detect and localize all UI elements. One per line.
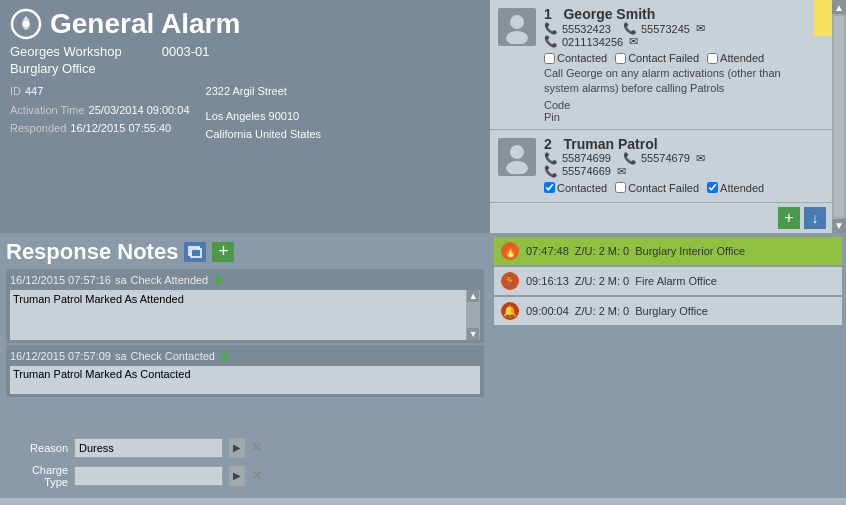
phone-icon-6: 📞	[544, 165, 558, 178]
note-2-timestamp: 16/12/2015 07:57:09	[10, 350, 111, 362]
contact-1-checkboxes: Contacted Contact Failed Attended	[544, 52, 818, 64]
contact-1-phone3-row: 📞 0211134256 ✉	[544, 35, 818, 48]
contact-2-info: 2 Truman Patrol 📞 55874699 📞 55574679 ✉	[544, 136, 818, 178]
attended-1-text: Attended	[720, 52, 764, 64]
events-panel: 🔥 07:47:48 Z/U: 2 M: 0 Burglary Interior…	[490, 233, 846, 428]
alarm-location: Burglary Office	[10, 61, 480, 76]
event-icon-1: 🔥	[500, 241, 520, 261]
contacted-1-text: Contacted	[557, 52, 607, 64]
response-header: Response Notes +	[6, 239, 484, 265]
event-icon-3: 🔔	[500, 301, 520, 321]
contact-2-avatar	[498, 138, 536, 176]
phone-icon-2: 📞	[623, 22, 637, 35]
note-1-textarea[interactable]	[10, 290, 466, 340]
event-1-time: 07:47:48	[526, 245, 569, 257]
pin-label: Pin	[544, 111, 818, 123]
attended-2-checkbox[interactable]	[707, 182, 718, 193]
reason-clear[interactable]: ✕	[251, 440, 262, 455]
event-1-zone: Z/U: 2 M: 0	[575, 245, 629, 257]
event-row-2[interactable]: 🏃 09:16:13 Z/U: 2 M: 0 Fire Alarm Office	[494, 267, 842, 295]
charge-input[interactable]	[74, 466, 223, 486]
note-1-scroll-up[interactable]: ▲	[467, 290, 479, 302]
charge-arrow[interactable]: ▶	[229, 466, 245, 486]
contact-failed-1-text: Contact Failed	[628, 52, 699, 64]
activation-value: 25/03/2014 09:00:04	[89, 101, 190, 120]
reason-label: Reason	[8, 442, 68, 454]
contact-2-phone1-row: 📞 55874699 📞 55574679 ✉	[544, 152, 818, 165]
email-icon-1: ✉	[696, 22, 705, 35]
note-2-user: sa	[115, 350, 127, 362]
contact-1-phone1: 55532423	[562, 23, 611, 35]
address-line2: Los Angeles 90010	[206, 107, 322, 126]
id-label: ID	[10, 82, 21, 101]
id-value: 447	[25, 82, 43, 101]
expand-button[interactable]	[184, 242, 206, 262]
contact-2-phone3-row: 📞 55574669 ✉	[544, 165, 818, 178]
reason-row: Reason Duress ▶ ✕	[8, 438, 262, 458]
contact-card-2: 2 Truman Patrol 📞 55874699 📞 55574679 ✉	[490, 130, 846, 203]
phone-icon-1: 📞	[544, 22, 558, 35]
event-row-3[interactable]: 🔔 09:00:04 Z/U: 2 M: 0 Burglary Office	[494, 297, 842, 325]
contact-1-header: 1 George Smith 📞 55532423 📞 55573245 ✉	[498, 6, 818, 48]
top-row: General Alarm Georges Workshop 0003-01 B…	[0, 0, 846, 233]
contact-failed-2-text: Contact Failed	[628, 182, 699, 194]
note-1-user: sa	[115, 274, 127, 286]
contacted-1-label[interactable]: Contacted	[544, 52, 607, 64]
scroll-down-arrow[interactable]: ▼	[832, 219, 846, 233]
event-2-time: 09:16:13	[526, 275, 569, 287]
contacted-1-checkbox[interactable]	[544, 53, 555, 64]
contact-2-num: 2	[544, 136, 552, 152]
event-1-desc: Burglary Interior Office	[635, 245, 745, 257]
right-middle: 🔥 07:47:48 Z/U: 2 M: 0 Burglary Interior…	[490, 233, 846, 428]
contact-failed-1-checkbox[interactable]	[615, 53, 626, 64]
alarm-title-text: General Alarm	[50, 8, 240, 40]
charge-label: Charge Type	[8, 464, 68, 488]
expand-icon	[188, 246, 202, 258]
contact-1-code: Code Pin	[544, 99, 818, 123]
event-3-desc: Burglary Office	[635, 305, 708, 317]
svg-point-3	[506, 31, 528, 44]
add-contact-button[interactable]: +	[778, 207, 800, 229]
attended-2-label[interactable]: Attended	[707, 182, 764, 194]
email-icon-4: ✉	[617, 165, 626, 178]
charge-clear[interactable]: ✕	[251, 468, 262, 483]
attended-1-label[interactable]: Attended	[707, 52, 764, 64]
phone-icon-5: 📞	[623, 152, 637, 165]
note-entry-1: 16/12/2015 07:57:16 sa Check Attended ✚ …	[6, 269, 484, 343]
note-1-timestamp: 16/12/2015 07:57:16	[10, 274, 111, 286]
event-icon-2: 🏃	[500, 271, 520, 291]
contact-failed-2-checkbox[interactable]	[615, 182, 626, 193]
alarm-right-details: 2322 Argil Street Los Angeles 90010 Cali…	[206, 82, 322, 144]
code-label: Code	[544, 99, 818, 111]
note-entry-2: 16/12/2015 07:57:09 sa Check Contacted ✚…	[6, 345, 484, 397]
note-2-header: 16/12/2015 07:57:09 sa Check Contacted ✚	[10, 348, 480, 364]
contact-2-phones: 📞 55874699 📞 55574679 ✉ 📞 55574669 ✉	[544, 152, 818, 178]
contact-failed-1-label[interactable]: Contact Failed	[615, 52, 699, 64]
contact-1-avatar	[498, 8, 536, 46]
contact-failed-2-label[interactable]: Contact Failed	[615, 182, 699, 194]
contacts-scrollbar[interactable]: ▲ ▼	[832, 0, 846, 233]
reason-value: Duress	[79, 442, 114, 454]
download-contact-button[interactable]: ↓	[804, 207, 826, 229]
contact-1-name: George Smith	[563, 6, 655, 22]
scroll-up-arrow[interactable]: ▲	[832, 0, 846, 14]
note-2-add-icon: ✚	[219, 348, 231, 364]
note-2-action: Check Contacted	[131, 350, 215, 362]
contacted-2-label[interactable]: Contacted	[544, 182, 607, 194]
contacted-2-checkbox[interactable]	[544, 182, 555, 193]
run-icon: 🏃	[500, 271, 520, 291]
fire-icon: 🔥	[500, 241, 520, 261]
phone-icon-3: 📞	[544, 35, 558, 48]
avatar-icon-1	[500, 10, 534, 44]
event-2-desc: Fire Alarm Office	[635, 275, 717, 287]
note-1-scrollbar[interactable]: ▲ ▼	[466, 290, 480, 340]
contact-2-name: Truman Patrol	[563, 136, 657, 152]
reason-arrow[interactable]: ▶	[229, 438, 245, 458]
contact-1-number-name: 1 George Smith	[544, 6, 818, 22]
contact-1-phones: 📞 55532423 📞 55573245 ✉ 📞 0211134256 ✉	[544, 22, 818, 48]
event-row-1[interactable]: 🔥 07:47:48 Z/U: 2 M: 0 Burglary Interior…	[494, 237, 842, 265]
reason-input[interactable]: Duress	[74, 438, 223, 458]
attended-1-checkbox[interactable]	[707, 53, 718, 64]
add-note-button[interactable]: +	[212, 242, 234, 262]
note-1-scroll-down[interactable]: ▼	[467, 328, 479, 340]
